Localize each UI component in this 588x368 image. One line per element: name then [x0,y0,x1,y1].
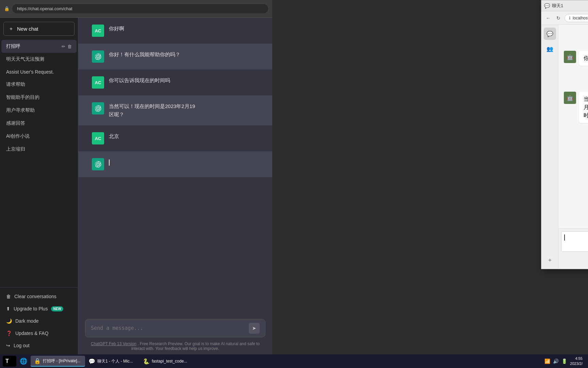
chat-main: AC 你好啊 你好！有什么我能帮助你的吗？ AC 你可以告诉我现在的时间吗 [78,18,272,354]
message-row-4: 当然可以！现在的时间是2023年2月19区呢？ [78,95,272,125]
chat-input[interactable] [91,325,249,331]
taskbar-item-chatgpt[interactable]: 🔒 打招呼 - [InPrivate]... [31,356,85,367]
typing-cursor [109,159,110,166]
updates-icon: ❓ [6,331,12,336]
conv6-label: 用户寻求帮助 [6,107,35,113]
conv8-label: AI创作小说 [6,133,30,139]
sidebar-item-conv4[interactable]: 请求帮助 [1,78,77,91]
conv4-label: 请求帮助 [6,81,25,88]
message-row-6 [78,151,272,177]
tab-favicon: 💬 [544,3,550,9]
back-button[interactable]: ← [544,14,552,22]
message-content-4: 当然可以！现在的时间是2023年2月19区呢？ [109,102,259,119]
conv5-label: 智能助手的目的 [6,94,39,101]
send-message-button[interactable]: ➤ [249,323,260,334]
right-messages-area: 🐷 你好啊！ 🤖 你好！有什么我能帮助你的吗？ 🐷 你可以告诉我现在的时间吗 [558,25,588,228]
new-chat-icon: ＋ [9,26,14,32]
battery-icon: 🔋 [561,358,567,364]
chat-app-body: 💬 👥 ＋ 🐷 你好啊！ 🤖 [541,25,588,269]
system-tray: 📶 🔊 🔋 4:55 2023/2/ [544,356,585,367]
edge-icon: 🌐 [20,357,27,365]
app-sidebar-add-button[interactable]: ＋ [544,254,556,266]
chat-footer: ChatGPT Feb 13 Version . Free Research P… [78,339,272,354]
updates-label: Updates & FAQ [15,331,48,336]
chatgpt-tab-label: 打招呼 - [InPrivate]... [43,358,81,364]
taskbar: T 🌐 🔒 打招呼 - [InPrivate]... 💬 聊天1 - 个人 - … [0,354,588,368]
user-avatar-3: AC [92,76,104,89]
conv7-label: 感谢回答 [6,120,25,126]
right-bot-avatar-4: 🤖 [564,92,576,104]
browser-bar-left: 🔒 https://chat.openai.com/chat [0,0,272,18]
wifi-icon[interactable]: 📶 [544,358,550,364]
new-badge: NEW [51,306,63,311]
nav-url-bar[interactable]: ℹ localhost:63342... [565,14,588,22]
input-cursor [564,234,565,241]
taskbar-item-edge[interactable]: 🌐 [16,356,31,367]
message-content-3: 你可以告诉我现在的时间吗 [109,76,259,85]
logout-button[interactable]: ↪ Log out [1,339,77,352]
chat-app-sidebar: 💬 👥 ＋ [541,25,558,269]
message-content-2: 你好！有什么我能帮助你的吗？ [109,50,259,59]
conv2-label: 明天天气无法预测 [6,56,44,62]
sidebar-item-conv2[interactable]: 明天天气无法预测 [1,53,77,66]
chat-input-area: ➤ [78,315,272,339]
sidebar-item-conv3[interactable]: Assist User's Request. [1,66,77,78]
new-chat-button[interactable]: ＋ New chat [3,22,75,36]
app-sidebar-contacts-icon[interactable]: 👥 [544,43,556,55]
fastapi-tab-icon: 🐍 [143,358,150,365]
taskbar-item-wechat[interactable]: 💬 聊天1 - 个人 - Mic... [85,356,140,367]
edit-icon[interactable]: ✏ [62,44,65,49]
right-browser-window: 💬 聊天1 — □ ✕ ← ↻ ℹ localhost:63342... A 🧩… [541,0,588,269]
url-bar-left[interactable]: https://chat.openai.com/chat [12,4,268,13]
conv9-label: 上京缩归 [6,146,25,152]
conv1-actions: ✏ 🗑 [62,44,72,49]
sidebar-item-conv5[interactable]: 智能助手的目的 [1,91,77,104]
right-msg-row-4: 🤖 当然可以！现在的时间是2023年2月19日，具体时间取决于你所在的时区。请问… [564,92,588,123]
nav-url-text: localhost:63342... [573,16,588,20]
url-text-left: https://chat.openai.com/chat [17,6,72,11]
message-content-6-typing [109,158,259,166]
chat-footer-desc: . Free Research Preview. Our goal is to … [131,341,260,351]
sidebar-item-conv6[interactable]: 用户寻求帮助 [1,104,77,117]
gpt-avatar-4 [92,102,104,114]
delete-icon[interactable]: 🗑 [67,44,72,49]
chat-messages: AC 你好啊 你好！有什么我能帮助你的吗？ AC 你可以告诉我现在的时间吗 [78,18,272,315]
new-chat-label: New chat [17,26,38,32]
upgrade-icon: ⬆ [6,306,10,311]
right-msg-row-5: 🐷 北京 [564,128,588,143]
middle-area: 💬 聊天1 — □ ✕ ← ↻ ℹ localhost:63342... A 🧩… [272,0,588,354]
sidebar-item-conv9[interactable]: 上京缩归 [1,143,77,156]
chat-app-input-box[interactable] [561,231,588,252]
sidebar: ＋ New chat 打招呼 ✏ 🗑 明天天气无法预测 [0,18,78,354]
app-sidebar-chat-icon[interactable]: 💬 [544,28,556,40]
taskbar-item-t[interactable]: T [3,356,16,367]
updates-faq-button[interactable]: ❓ Updates & FAQ [1,327,77,339]
clear-label: Clear conversations [14,294,56,299]
taskbar-clock[interactable]: 4:55 2023/2/ [570,356,585,367]
clock-date: 2023/2/ [570,361,583,366]
volume-icon[interactable]: 🔊 [553,358,559,364]
clear-icon: 🗑 [6,294,11,299]
browser-nav-right: ← ↻ ℹ localhost:63342... A 🧩 👤 ⭐ … [541,11,588,25]
sidebar-item-conv8[interactable]: AI创作小说 [1,130,77,143]
dark-mode-button[interactable]: 🌙 Dark mode [1,315,77,327]
conv3-label: Assist User's Request. [6,69,54,75]
info-icon: ℹ [569,16,571,20]
clear-conversations-button[interactable]: 🗑 Clear conversations [1,290,77,303]
sidebar-item-conv1[interactable]: 打招呼 ✏ 🗑 [1,40,77,53]
upgrade-to-plus-button[interactable]: ⬆ Upgrade to Plus NEW [1,303,77,315]
message-content-5: 北京 [109,132,259,140]
user-avatar-1: AC [92,25,104,37]
taskbar-item-fastapi[interactable]: 🐍 fastapi_test_code... [140,356,194,367]
refresh-button[interactable]: ↻ [554,14,562,22]
message-row-2: 你好！有什么我能帮助你的吗？ [78,44,272,70]
message-content-1: 你好啊 [109,25,259,33]
chat-version-link[interactable]: ChatGPT Feb 13 Version [91,341,136,346]
chat-input-wrapper: ➤ [85,319,265,337]
lock-icon: 🔒 [4,6,10,11]
clock-time: 4:55 [570,356,583,361]
sidebar-bottom: 🗑 Clear conversations ⬆ Upgrade to Plus … [0,287,78,354]
darkmode-label: Dark mode [15,318,38,324]
sidebar-item-conv7[interactable]: 感谢回答 [1,117,77,130]
tab-title: 聊天1 [552,3,563,9]
